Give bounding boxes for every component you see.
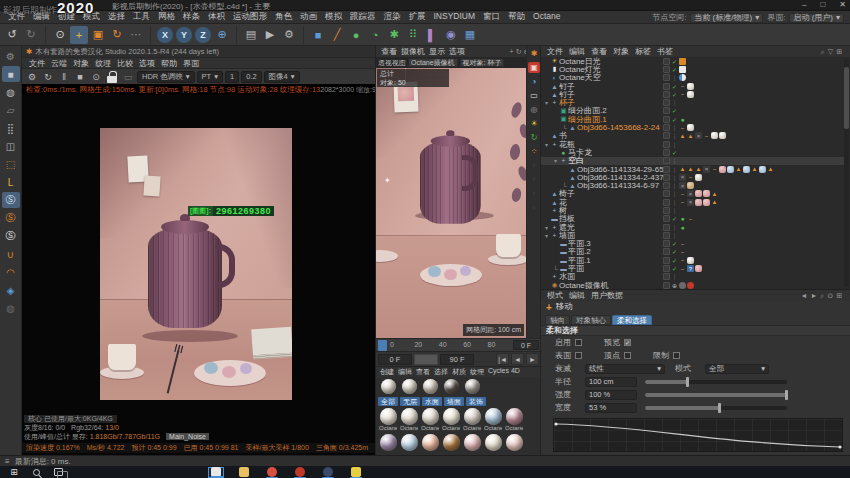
dots-tag-icon[interactable]: ⋮ xyxy=(671,99,678,106)
texp-tag-icon[interactable] xyxy=(703,190,710,197)
layer-manager-icon[interactable]: ⊞ xyxy=(836,48,842,56)
object-manager-menu-item-3[interactable]: 对象 xyxy=(610,46,632,57)
spline-tag-icon[interactable]: ~ xyxy=(703,132,710,139)
tree-row[interactable]: ◉Octane摄像机⊕ xyxy=(541,281,844,289)
material-layer-tab-4[interactable]: 装饰 xyxy=(466,397,486,406)
focus-picker-icon[interactable]: ⊙ xyxy=(89,70,103,84)
rotate-tool-icon[interactable]: ↻ xyxy=(108,26,126,44)
dots-tag-icon[interactable]: ⋮ xyxy=(671,166,678,173)
add-sphere-icon[interactable]: ● xyxy=(347,26,365,44)
texture-mode-icon[interactable]: ◍ xyxy=(2,84,20,100)
checkbox[interactable] xyxy=(575,352,582,359)
text2-tag-icon[interactable] xyxy=(687,182,694,189)
visibility-dot-icon[interactable] xyxy=(663,116,670,123)
menu-item-1[interactable]: 编辑 xyxy=(29,11,54,23)
dots-tag-icon[interactable]: ⋮ xyxy=(671,182,678,189)
octane-menu-item-2[interactable]: 对象 xyxy=(70,58,92,69)
warn-tag-icon[interactable]: ▲ xyxy=(711,199,718,206)
menu-item-11[interactable]: 动画 xyxy=(296,11,321,23)
interface-select[interactable]: 启动 (用户)▾ xyxy=(789,13,844,23)
texw-tag-icon[interactable] xyxy=(719,132,726,139)
material-swatch[interactable] xyxy=(463,379,481,394)
object-manager-menu-item-0[interactable]: 文件 xyxy=(544,46,566,57)
menu-item-18[interactable]: 帮助 xyxy=(504,11,529,23)
range-slider[interactable] xyxy=(414,354,438,365)
lock-resolution-icon[interactable] xyxy=(105,70,119,84)
dots-tag-icon[interactable]: ⋮ xyxy=(671,207,678,214)
slider-value-field[interactable]: 100 % xyxy=(585,390,637,400)
new-panel-icon[interactable]: ⊞ xyxy=(836,292,842,300)
dots-tag-icon[interactable]: ⋮ xyxy=(671,174,678,181)
last-tool-icon[interactable]: ⋯ xyxy=(127,26,145,44)
minimize-button[interactable]: – xyxy=(802,0,806,9)
q-tag-icon[interactable]: ? xyxy=(687,265,694,272)
material-menu-item-2[interactable]: 查看 xyxy=(414,367,432,377)
polygons-mode-icon[interactable]: ⬚ xyxy=(2,156,20,172)
warn-tag-icon[interactable]: ▲ xyxy=(711,190,718,197)
visibility-dot-icon[interactable] xyxy=(663,166,670,173)
volume-icon[interactable]: ◉ xyxy=(442,26,460,44)
texw-tag-icon[interactable] xyxy=(711,132,718,139)
object-tree-scrollbar[interactable] xyxy=(844,59,849,287)
material-layer-tab-2[interactable]: 水面 xyxy=(422,397,442,406)
slider-handle[interactable] xyxy=(718,403,721,413)
viewport-menu-item-1[interactable]: 摄像机 xyxy=(399,46,427,57)
material-layer-tab-1[interactable]: 无层 xyxy=(400,397,420,406)
warn-tag-icon[interactable]: ▲ xyxy=(679,132,686,139)
visibility-dot-icon[interactable] xyxy=(663,66,670,73)
tree-row[interactable]: ▾+遮光⋮● xyxy=(541,223,844,231)
xx-tag-icon[interactable]: × xyxy=(679,174,686,181)
xx-tag-icon[interactable]: × xyxy=(695,132,702,139)
menu-item-14[interactable]: 渲染 xyxy=(380,11,405,23)
slider-track[interactable] xyxy=(645,393,787,397)
slider-handle[interactable] xyxy=(785,390,788,400)
material-swatch[interactable] xyxy=(400,434,418,451)
material-swatch[interactable]: Octane xyxy=(505,408,523,431)
visibility-dot-icon[interactable] xyxy=(663,149,670,156)
close-button[interactable]: ✕ xyxy=(839,0,846,9)
spline-tag-icon[interactable]: ~ xyxy=(687,174,694,181)
material-swatch[interactable] xyxy=(400,379,418,394)
check-tag-icon[interactable]: ✓ xyxy=(671,58,678,65)
visibility-dot-icon[interactable] xyxy=(663,83,670,90)
tago-tag-icon[interactable] xyxy=(679,58,686,65)
render-canvas[interactable]: [图图]: 2961269380 核心 已使用/最大:0KG/4KG 灰度8/1… xyxy=(22,95,375,455)
visibility-dot-icon[interactable] xyxy=(663,273,670,280)
visibility-dot-icon[interactable] xyxy=(663,232,670,239)
magnet-icon[interactable]: ∪ xyxy=(2,246,20,262)
material-swatch[interactable] xyxy=(379,379,397,394)
attribute-tab-1[interactable]: 对象轴心 xyxy=(571,315,611,325)
pause-render-icon[interactable]: ‖ xyxy=(57,70,71,84)
menu-item-19[interactable]: Octane xyxy=(529,11,564,23)
material-swatch[interactable]: Octane xyxy=(463,408,481,431)
visibility-dot-icon[interactable] xyxy=(663,99,670,106)
tagdark-tag-icon[interactable] xyxy=(679,282,686,289)
slider-value-field[interactable]: 100 cm xyxy=(585,377,637,387)
attribute-tab-2[interactable]: 柔和选择 xyxy=(612,315,652,325)
tonemap-select[interactable]: HDR 色调映▾ xyxy=(137,71,195,83)
slider-track[interactable] xyxy=(645,406,787,410)
menu-item-7[interactable]: 样条 xyxy=(179,11,204,23)
texp-tag-icon[interactable] xyxy=(695,265,702,272)
visibility-dot-icon[interactable] xyxy=(663,182,670,189)
warn-tag-icon[interactable]: ▲ xyxy=(695,166,702,173)
tagw-tag-icon[interactable] xyxy=(679,66,686,73)
tree-row[interactable]: └▲Obj3d66-1453668-2-24⋮~ xyxy=(541,123,844,131)
viewport-menu-item-0[interactable]: 查看 xyxy=(379,46,399,57)
snap-3d-icon[interactable]: Ⓢ xyxy=(2,228,20,244)
viewport-canvas[interactable]: ✦ 总计 对象: 5 xyxy=(376,68,526,338)
start-button[interactable]: ⊞ xyxy=(6,467,22,478)
octane-menu-item-7[interactable]: 界面 xyxy=(180,58,202,69)
search-icon[interactable]: ⌕ xyxy=(820,292,824,300)
dots-tag-icon[interactable]: ⋮ xyxy=(671,190,678,197)
target-tag-icon[interactable]: ⊕ xyxy=(671,282,678,289)
move-tool-icon[interactable]: + xyxy=(70,26,88,44)
pin-marker-icon[interactable]: ⁘ xyxy=(528,146,540,157)
check-tag-icon[interactable]: ✓ xyxy=(671,149,678,156)
dropdown-0[interactable]: 线性▾ xyxy=(585,364,665,374)
octane-menu-item-5[interactable]: 选项 xyxy=(136,58,158,69)
focus-target-icon[interactable]: ◎ xyxy=(528,104,540,115)
visibility-dot-icon[interactable] xyxy=(663,215,670,222)
material-menu-item-0[interactable]: 创建 xyxy=(378,367,396,377)
mograph-icon[interactable]: ✱ xyxy=(385,26,403,44)
